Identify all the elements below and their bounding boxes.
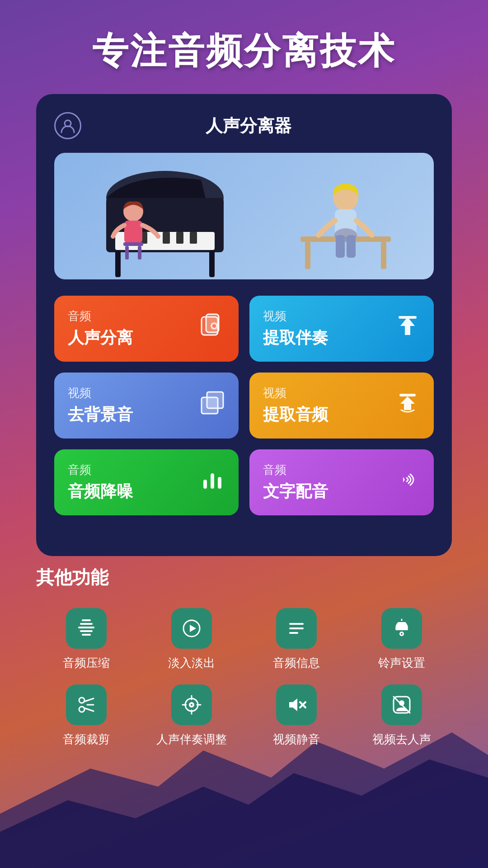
feature-icon-denoise — [200, 467, 225, 498]
svg-rect-33 — [399, 394, 416, 396]
other-feature-info[interactable]: 音频信息 — [246, 608, 347, 671]
user-icon[interactable] — [54, 112, 81, 139]
svg-rect-22 — [381, 242, 386, 269]
other-feature-icon-compress — [66, 608, 107, 649]
feature-name-extract-audio: 提取音频 — [263, 404, 328, 426]
feature-btn-text-remove-bg: 视频 去背景音 — [68, 385, 133, 426]
feature-btn-remove-bg[interactable]: 视频 去背景音 — [54, 373, 239, 439]
feature-name-remove-bg: 去背景音 — [68, 404, 133, 426]
person-illustration — [291, 162, 400, 279]
svg-point-58 — [191, 704, 192, 706]
svg-marker-44 — [190, 625, 196, 632]
app-card: 人声分离器 — [36, 94, 452, 556]
other-feature-icon-info — [276, 608, 317, 649]
feature-name-voice-sep: 人声分离 — [68, 327, 133, 349]
hero-banner — [54, 153, 434, 279]
feature-type-remove-bg: 视频 — [68, 385, 133, 401]
other-feature-adjust[interactable]: 人声伴奏调整 — [141, 684, 242, 747]
feature-btn-extract-audio[interactable]: 视频 提取音频 — [249, 373, 434, 439]
feature-btn-text-text-voice: 音频 文字配音 — [263, 462, 328, 503]
svg-line-53 — [84, 698, 94, 702]
svg-rect-38 — [78, 627, 94, 628]
other-feature-label-info: 音频信息 — [273, 655, 320, 671]
feature-icon-remove-bg — [200, 390, 225, 421]
svg-rect-40 — [80, 630, 93, 632]
svg-rect-16 — [125, 246, 129, 259]
svg-rect-8 — [163, 232, 170, 244]
other-feature-mute[interactable]: 视频静音 — [246, 684, 347, 747]
svg-point-68 — [399, 700, 404, 706]
feature-name-extract-accomp: 提取伴奏 — [263, 327, 328, 349]
other-feature-icon-mute — [276, 684, 317, 725]
svg-rect-17 — [138, 246, 141, 259]
other-feature-label-cut: 音频裁剪 — [63, 731, 110, 747]
svg-rect-35 — [211, 473, 214, 489]
feature-btn-text-extract-audio: 视频 提取音频 — [263, 385, 328, 426]
feature-btn-denoise[interactable]: 音频 音频降噪 — [54, 449, 239, 515]
feature-icon-voice-sep — [200, 313, 225, 344]
feature-type-voice-sep: 音频 — [68, 308, 133, 324]
svg-rect-47 — [289, 632, 298, 634]
svg-rect-12 — [209, 250, 215, 277]
svg-rect-46 — [289, 627, 304, 629]
svg-point-50 — [401, 633, 403, 635]
header-title: 人声分离器 — [90, 114, 434, 137]
feature-btn-voice-sep[interactable]: 音频 人声分离 — [54, 296, 239, 362]
feature-type-denoise: 音频 — [68, 462, 133, 478]
other-features-grid: 音频压缩 淡入淡出 音频信息 铃声设置 — [36, 608, 452, 747]
other-feature-remove-voice[interactable]: 视频去人声 — [352, 684, 452, 747]
other-feature-label-adjust: 人声伴奏调整 — [156, 731, 227, 747]
svg-rect-36 — [218, 477, 221, 489]
other-feature-label-mute: 视频静音 — [273, 731, 320, 747]
svg-rect-30 — [399, 316, 417, 319]
feature-btn-text-denoise: 音频 音频降噪 — [68, 462, 133, 503]
feature-btn-text-voice[interactable]: 音频 文字配音 — [249, 449, 434, 515]
main-title: 专注音频分离技术 — [0, 0, 488, 94]
svg-rect-32 — [207, 392, 223, 408]
feature-icon-extract-audio — [395, 390, 420, 421]
feature-btn-text-extract-accomp: 视频 提取伴奏 — [263, 308, 328, 349]
feature-btn-extract-accomp[interactable]: 视频 提取伴奏 — [249, 296, 434, 362]
svg-rect-48 — [395, 628, 408, 630]
other-feature-label-fade: 淡入淡出 — [168, 655, 215, 671]
svg-rect-45 — [289, 623, 304, 625]
svg-rect-24 — [336, 235, 345, 258]
app-header: 人声分离器 — [54, 112, 434, 139]
svg-rect-42 — [82, 634, 91, 636]
svg-rect-39 — [80, 623, 93, 625]
other-features-section: 其他功能 音频压缩 淡入淡出 音频信息 — [0, 556, 488, 747]
feature-icon-text-voice — [395, 467, 420, 498]
other-feature-label-compress: 音频压缩 — [63, 655, 110, 671]
svg-rect-25 — [347, 235, 356, 258]
svg-rect-10 — [190, 232, 197, 244]
other-feature-compress[interactable]: 音频压缩 — [36, 608, 137, 671]
other-feature-label-ringtone: 铃声设置 — [378, 655, 425, 671]
feature-type-extract-audio: 视频 — [263, 385, 328, 401]
other-feature-icon-fade — [171, 608, 212, 649]
other-feature-ringtone[interactable]: 铃声设置 — [352, 608, 452, 671]
other-feature-cut[interactable]: 音频裁剪 — [36, 684, 137, 747]
svg-rect-15 — [123, 242, 143, 246]
other-feature-icon-cut — [66, 684, 107, 725]
other-feature-label-remove-voice: 视频去人声 — [372, 731, 431, 747]
feature-type-text-voice: 音频 — [263, 462, 328, 478]
feature-btn-text-voice-sep: 音频 人声分离 — [68, 308, 133, 349]
other-feature-icon-ringtone — [381, 608, 422, 649]
svg-rect-41 — [82, 619, 91, 621]
svg-marker-63 — [289, 698, 297, 711]
other-feature-icon-remove-voice — [381, 684, 422, 725]
svg-rect-14 — [124, 221, 142, 243]
feature-icon-extract-accomp — [395, 313, 420, 344]
other-feature-fade[interactable]: 淡入淡出 — [141, 608, 242, 671]
feature-name-denoise: 音频降噪 — [68, 481, 133, 503]
svg-rect-11 — [115, 250, 121, 277]
other-features-title: 其他功能 — [36, 565, 452, 590]
feature-name-text-voice: 文字配音 — [263, 481, 328, 503]
svg-point-29 — [212, 324, 216, 328]
feature-type-extract-accomp: 视频 — [263, 308, 328, 324]
svg-rect-9 — [176, 232, 183, 244]
svg-rect-21 — [305, 242, 310, 269]
piano-illustration — [88, 162, 242, 279]
svg-line-54 — [84, 708, 94, 711]
svg-rect-34 — [203, 480, 207, 489]
